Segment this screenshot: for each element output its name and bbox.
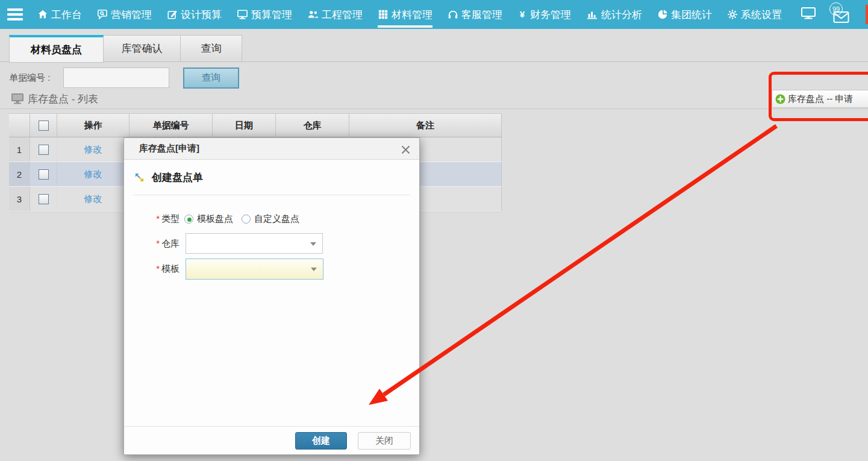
nav-item-label: 集团统计 [671, 8, 712, 22]
select-all-cell [30, 114, 57, 137]
nav-item-system-settings[interactable]: 系统设置 [727, 0, 782, 29]
required-mark: * [156, 263, 160, 274]
nav-item-design-budget[interactable]: 设计预算 [167, 0, 222, 29]
doc-number-input[interactable] [63, 67, 169, 88]
table-header-row: 操作 单据编号 日期 仓库 备注 [9, 113, 502, 137]
messages-icon[interactable]: 99 [832, 4, 850, 25]
template-dropdown[interactable] [186, 259, 323, 280]
nav-item-workbench[interactable]: 工作台 [37, 0, 82, 29]
warehouse-field-row: *仓库 [124, 233, 419, 254]
list-monitor-icon [11, 93, 24, 107]
nav-item-label: 营销管理 [111, 8, 152, 22]
search-button[interactable]: 查询 [183, 67, 239, 89]
radio-label-custom: 自定义盘点 [254, 213, 299, 225]
col-header-date: 日期 [213, 114, 276, 137]
nav-item-label: 财务管理 [530, 8, 571, 22]
type-field-row: *类型 模板盘点 自定义盘点 [124, 213, 419, 225]
edit-link[interactable]: 修改 [84, 193, 102, 205]
row-checkbox[interactable] [39, 145, 49, 155]
edit-icon [167, 9, 178, 20]
inventory-apply-dialog: 库存盘点[申请] 创建盘点单 *类型 模板盘点 自定义盘点 *仓库 [123, 137, 420, 455]
hamburger-menu-icon[interactable] [7, 8, 23, 20]
nav-item-label: 预算管理 [251, 8, 292, 22]
nav-item-label: 工程管理 [322, 8, 363, 22]
tab-material-clerk-count[interactable]: 材料员盘点 [9, 35, 104, 63]
navbar-right-icons: 99 [801, 0, 850, 29]
tab-warehouse-confirm[interactable]: 库管确认 [104, 35, 181, 62]
template-field-row: *模板 [124, 259, 419, 280]
radio-label-template: 模板盘点 [197, 213, 233, 225]
nav-item-customer-service[interactable]: 客服管理 [448, 0, 502, 29]
pie-chart-icon [657, 9, 668, 20]
home-icon [37, 9, 48, 20]
dialog-title: 库存盘点[申请] [139, 143, 199, 154]
section-title-row: 库存盘点 - 列表 [0, 90, 868, 109]
yen-icon: ¥ [517, 9, 527, 20]
row-number: 3 [9, 187, 30, 211]
nav-item-finance[interactable]: ¥ 财务管理 [517, 0, 571, 29]
divider [133, 195, 410, 195]
nav-item-label: 客服管理 [461, 8, 502, 22]
row-checkbox[interactable] [39, 169, 49, 180]
nav-item-label: 系统设置 [741, 8, 782, 22]
nav-item-materials[interactable]: 材料管理 [378, 0, 432, 29]
headset-icon [448, 9, 458, 20]
select-all-checkbox[interactable] [39, 121, 49, 131]
row-number: 1 [9, 137, 30, 162]
nav-items: 工作台 营销管理 设计预算 预算管理 工程管理 材料管理 [37, 0, 782, 29]
chevron-down-icon [311, 268, 317, 271]
inventory-count-apply-button[interactable]: 库存盘点 -- 申请 [772, 90, 868, 108]
required-mark: * [156, 213, 160, 224]
bar-chart-icon [586, 9, 598, 20]
nav-item-label: 设计预算 [181, 8, 222, 22]
dialog-heading-row: 创建盘点单 [124, 160, 419, 195]
close-icon[interactable] [399, 143, 412, 156]
create-arrows-icon [134, 172, 145, 183]
desktop-monitor-icon[interactable] [801, 6, 816, 23]
radio-custom-count[interactable] [242, 215, 251, 224]
nav-item-group-statistics[interactable]: 集团统计 [657, 0, 712, 29]
radio-template-count[interactable] [184, 215, 193, 224]
tab-strip: 材料员盘点 库管确认 查询 [0, 29, 868, 62]
create-button[interactable]: 创建 [295, 432, 347, 450]
close-button[interactable]: 关闭 [358, 432, 411, 450]
tab-label: 库管确认 [122, 42, 163, 55]
tab-label: 查询 [201, 42, 222, 55]
type-label: *类型 [124, 213, 180, 225]
nav-item-engineering[interactable]: 工程管理 [307, 0, 363, 29]
warehouse-dropdown[interactable] [186, 233, 323, 254]
nav-item-label: 工作台 [51, 8, 82, 22]
warehouse-label: *仓库 [124, 238, 180, 249]
users-icon [307, 9, 319, 20]
dialog-titlebar[interactable]: 库存盘点[申请] [124, 138, 419, 160]
template-label: *模板 [124, 263, 180, 275]
grid-icon [378, 9, 389, 20]
col-header-warehouse: 仓库 [276, 114, 349, 137]
nav-item-budget[interactable]: 预算管理 [237, 0, 292, 29]
row-checkbox[interactable] [39, 194, 49, 204]
col-header-doc-no: 单据编号 [130, 114, 213, 137]
dialog-footer: 创建 关闭 [124, 426, 419, 454]
chat-icon [97, 9, 108, 20]
nav-item-label: 统计分析 [601, 8, 642, 22]
tab-label: 材料员盘点 [31, 43, 82, 57]
col-header-action: 操作 [57, 114, 130, 137]
row-number: 2 [9, 162, 30, 186]
edit-link[interactable]: 修改 [84, 169, 102, 180]
tab-query[interactable]: 查询 [181, 35, 242, 62]
monitor-icon [237, 9, 248, 20]
nav-item-marketing[interactable]: 营销管理 [97, 0, 152, 29]
col-header-remark: 备注 [349, 114, 502, 137]
apply-button-label: 库存盘点 -- 申请 [788, 93, 853, 105]
app-window: 工作台 营销管理 设计预算 预算管理 工程管理 材料管理 [0, 0, 868, 461]
edit-link[interactable]: 修改 [84, 144, 102, 155]
row-number-header [9, 114, 30, 137]
nav-item-statistics[interactable]: 统计分析 [586, 0, 642, 29]
dialog-heading: 创建盘点单 [152, 171, 203, 184]
required-mark: * [156, 238, 160, 248]
add-plus-icon [775, 94, 785, 104]
svg-text:¥: ¥ [520, 9, 525, 19]
clipped-edge-element [866, 5, 868, 24]
doc-number-label: 单据编号 : [9, 67, 50, 88]
gear-icon [727, 9, 738, 20]
